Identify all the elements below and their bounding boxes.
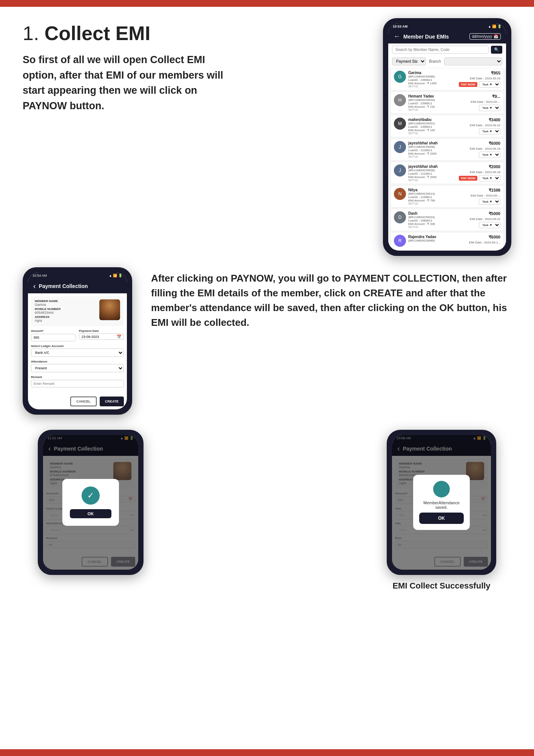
member-item-mahesh[interactable]: M maheshbabu (BR11MEM159001) LoanID : 23… bbox=[390, 115, 504, 137]
section-title: 1. Collect EMI bbox=[23, 22, 360, 45]
task-dropdown-hemant[interactable]: Task ▼ bbox=[479, 105, 500, 111]
branch-filter[interactable] bbox=[444, 57, 502, 65]
pc-member-info-card: MEMBER NAME Garima MOBILE NUMBER 6054823… bbox=[31, 296, 124, 326]
attendance-select[interactable]: Present bbox=[31, 364, 124, 372]
payment-date-label: Payment Date bbox=[79, 329, 124, 333]
ok2-ok-button[interactable]: OK bbox=[419, 513, 464, 524]
ledger-select[interactable]: Bank A/C bbox=[31, 349, 124, 357]
member-item-nitya[interactable]: N Nitya (BR11MEM159013) LoanID : 2198811… bbox=[390, 185, 504, 208]
calendar-icon[interactable]: 📅 bbox=[494, 34, 498, 39]
section-description: So first of all we will open Collect EMI… bbox=[23, 52, 234, 113]
pc-form: Amount* Payment Date 📅 bbox=[28, 329, 127, 393]
pc-button-row: CANCEL CREATE bbox=[28, 393, 127, 409]
avatar-jayesh2: J bbox=[394, 164, 406, 177]
back-arrow-icon[interactable]: ← bbox=[394, 33, 400, 40]
task-dropdown-jayesh2[interactable]: Task ▼ bbox=[479, 175, 500, 181]
avatar-jayesh1: J bbox=[394, 141, 406, 153]
phone-payment-ok2: 10:58 AM ▲ 📶 🔋 ‹ Payment Collection MEMB… bbox=[387, 430, 496, 575]
pc-member-photo bbox=[99, 299, 120, 320]
payment-status-filter[interactable]: Payment Stat... bbox=[392, 57, 426, 65]
member-item-rajendra[interactable]: R Rajendra Yadav (BR11MEM158989) ₹6000 E… bbox=[390, 232, 504, 249]
bottom-bar bbox=[0, 749, 534, 756]
ok1-check-icon: ✓ bbox=[82, 486, 100, 505]
branch-label: Branch bbox=[429, 59, 441, 64]
pc-screen-title: Payment Collection bbox=[39, 283, 122, 289]
date-input-wrapper[interactable]: 📅 bbox=[79, 333, 124, 340]
task-dropdown-mahesh[interactable]: Task ▼ bbox=[479, 128, 500, 135]
search-button[interactable]: 🔍 bbox=[491, 46, 502, 54]
ok2-modal-box: MemberAttendance saved. OK bbox=[413, 475, 470, 530]
phone-due-emis: 10:53 AM ▲ 📶 🔋 ← Member Due EMIs dd/mm/y… bbox=[383, 18, 511, 256]
avatar-rajendra: R bbox=[394, 235, 406, 247]
member-item-jayesh2[interactable]: J jayeshbhai shah (BR11MEM159008) LoanID… bbox=[390, 162, 504, 184]
create-button[interactable]: CREATE bbox=[100, 397, 124, 406]
ok1-modal-overlay: ✓ OK bbox=[43, 435, 138, 570]
avatar-garima: G bbox=[394, 71, 406, 83]
amount-label: Amount* bbox=[31, 329, 76, 333]
phone-payment-ok1: 11:01 AM ▲ 📶 🔋 ‹ Payment Collection MEMB… bbox=[38, 430, 144, 575]
task-dropdown-nitya[interactable]: Task ▼ bbox=[479, 198, 500, 205]
avatar-mahesh: M bbox=[394, 118, 406, 130]
status-icons: ▲ 📶 🔋 bbox=[488, 25, 502, 28]
ok1-modal-box: ✓ OK bbox=[62, 479, 119, 526]
member-list: G Garima (BR11MEM159086) LoanID : 239881… bbox=[388, 68, 506, 249]
avatar-dash: D bbox=[394, 211, 406, 223]
calendar-icon[interactable]: 📅 bbox=[117, 335, 121, 339]
date-input[interactable] bbox=[82, 335, 115, 339]
pay-now-button-jayesh2[interactable]: PAY NOW bbox=[459, 176, 477, 181]
pay-now-button-garima[interactable]: PAY NOW bbox=[459, 82, 477, 87]
section-number: 1. bbox=[23, 22, 39, 44]
task-dropdown-dash[interactable]: Task ▼ bbox=[479, 222, 500, 228]
amount-input[interactable] bbox=[31, 334, 76, 341]
member-item-dash[interactable]: D Dash (BR11MEM159024) LoanID : 2088811 … bbox=[390, 209, 504, 231]
status-time: 10:53 AM bbox=[393, 25, 407, 28]
ok1-ok-button[interactable]: OK bbox=[70, 509, 111, 518]
member-item-garima[interactable]: G Garima (BR11MEM159086) LoanID : 239881… bbox=[390, 68, 504, 90]
section-description2: After clicking on PAYNOW, you will go to… bbox=[151, 271, 511, 330]
cancel-button[interactable]: CANCEL bbox=[70, 397, 97, 406]
remark-input[interactable] bbox=[31, 380, 124, 387]
avatar-nitya: N bbox=[394, 188, 406, 200]
task-dropdown-garima[interactable]: Task ▼ bbox=[479, 81, 500, 88]
ledger-label: Select Ledger Account bbox=[31, 344, 124, 349]
member-item-hemant[interactable]: H Hemant Yadav (BR11MEM159039) LoanID : … bbox=[390, 91, 504, 114]
phone-payment-collection: 10:54 AM ▲ 📶 🔋 ‹ Payment Collection MEMB… bbox=[23, 267, 132, 415]
top-bar bbox=[0, 0, 534, 7]
pc-back-icon[interactable]: ‹ bbox=[33, 282, 36, 290]
ok2-modal-text: MemberAttendance saved. bbox=[419, 500, 464, 510]
pc-status-time: 10:54 AM bbox=[32, 274, 47, 277]
task-dropdown-jayesh1[interactable]: Task ▼ bbox=[479, 152, 500, 158]
bottom-caption: EMI Collect Successfully bbox=[392, 581, 490, 590]
avatar-hemant: H bbox=[394, 94, 406, 106]
ok2-dot-icon bbox=[433, 481, 450, 497]
attendance-label: Attendance bbox=[31, 360, 124, 363]
pc-status-icons: ▲ 📶 🔋 bbox=[109, 274, 122, 277]
remark-label: Remark bbox=[31, 375, 124, 379]
member-item-jayesh1[interactable]: J jayeshbhai shah (BR11MEM159008) LoanID… bbox=[390, 138, 504, 161]
ok2-modal-overlay: MemberAttendance saved. OK bbox=[392, 435, 491, 570]
date-filter[interactable]: dd/mm/yyyy 📅 bbox=[469, 33, 501, 40]
search-input[interactable] bbox=[392, 46, 489, 54]
screen-title: Member Due EMIs bbox=[403, 34, 466, 40]
